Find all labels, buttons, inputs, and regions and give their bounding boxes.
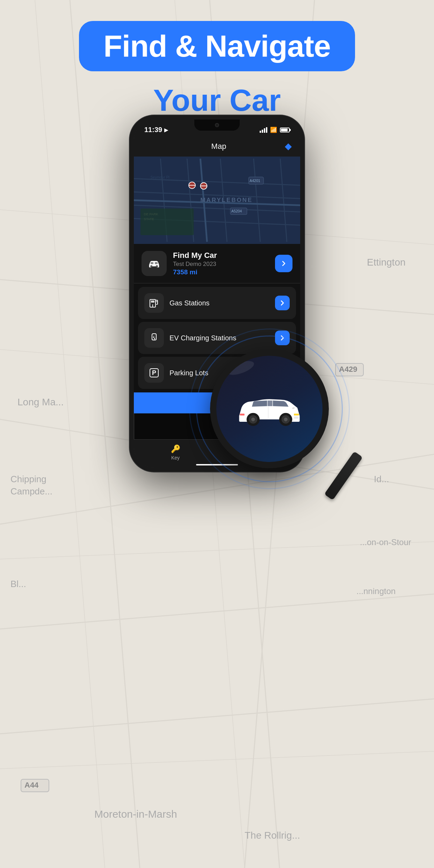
svg-text:...nnington: ...nnington	[356, 586, 396, 596]
status-time: 11:39 ▶	[144, 126, 168, 134]
signal-icon	[260, 127, 267, 133]
ev-charging-icon	[149, 332, 160, 343]
svg-rect-62	[155, 262, 158, 264]
svg-rect-61	[151, 262, 153, 264]
gas-stations-label: Gas Stations	[169, 299, 269, 307]
gas-pump-icon	[149, 297, 160, 309]
svg-rect-80	[240, 413, 244, 415]
svg-rect-79	[294, 413, 299, 415]
gas-stations-arrow-button[interactable]	[275, 296, 290, 310]
chevron-right-icon	[280, 260, 287, 267]
svg-rect-81	[294, 416, 298, 419]
svg-text:Moreton-in-Marsh: Moreton-in-Marsh	[94, 808, 177, 820]
battery-icon	[280, 128, 290, 132]
svg-point-77	[284, 418, 288, 421]
key-icon: 🔑	[171, 444, 180, 454]
svg-point-59	[150, 265, 152, 267]
parking-icon-box: P	[144, 363, 164, 383]
svg-point-74	[251, 418, 255, 421]
svg-text:Chipping: Chipping	[10, 474, 46, 484]
svg-text:DE PARK: DE PARK	[144, 212, 159, 216]
car-miles: 7358 mi	[173, 268, 269, 276]
svg-text:MARYLEBONE: MARYLEBONE	[200, 196, 253, 203]
svg-rect-64	[151, 301, 154, 303]
app-title: Map	[153, 142, 285, 151]
car-icon	[146, 256, 162, 271]
svg-text:STATE: STATE	[144, 217, 154, 221]
svg-text:...on-on-Stour: ...on-on-Stour	[360, 537, 411, 547]
find-my-car-card[interactable]: Find My Car Test Demo 2023 7358 mi	[134, 244, 300, 283]
phone-notch	[194, 120, 240, 131]
chevron-right-icon	[279, 300, 285, 306]
svg-text:Long Ma...: Long Ma...	[17, 397, 64, 407]
headline-sub: Your Car	[153, 82, 281, 119]
svg-text:Campde...: Campde...	[10, 486, 52, 497]
svg-text:Ettington: Ettington	[367, 257, 406, 268]
wifi-icon: 📶	[270, 126, 277, 133]
phone-device: 11:39 ▶ 📶 Map ◆	[130, 115, 304, 472]
phone-map[interactable]: MARYLEBONE DE PARK STATE Seymour Pl A420…	[134, 157, 300, 244]
magnifier-glass	[210, 349, 329, 468]
premium-diamond-icon: ◆	[285, 141, 292, 152]
phone-power-button	[303, 189, 304, 231]
app-header: Map ◆	[134, 137, 300, 157]
svg-text:A5204: A5204	[231, 209, 242, 213]
phone-volume-up-button	[130, 175, 131, 196]
svg-text:P: P	[152, 369, 156, 376]
magnifier	[200, 339, 374, 514]
car-in-magnifier	[234, 390, 304, 428]
headline-badge: Find & Navigate	[79, 21, 355, 71]
camera-dot	[215, 123, 219, 127]
svg-point-60	[156, 265, 158, 267]
phone-volume-down-button	[130, 203, 131, 238]
svg-text:A44: A44	[24, 781, 39, 789]
car-model: Test Demo 2023	[173, 261, 269, 268]
car-icon-box	[142, 251, 167, 276]
navigation-arrow-icon: ▶	[164, 127, 168, 133]
gas-station-icon-box	[144, 293, 164, 313]
svg-text:Bl...: Bl...	[10, 579, 26, 589]
header-area: Find & Navigate Your Car	[0, 21, 434, 119]
svg-text:A4201: A4201	[249, 179, 260, 183]
parking-icon: P	[149, 367, 160, 378]
svg-point-66	[156, 301, 157, 302]
svg-text:Id...: Id...	[374, 474, 389, 484]
svg-text:The Rollrig...: The Rollrig...	[245, 830, 300, 841]
svg-text:Seymour Pl: Seymour Pl	[151, 175, 169, 179]
car-name: Find My Car	[173, 251, 269, 260]
car-info: Find My Car Test Demo 2023 7358 mi	[173, 251, 269, 276]
gas-stations-item[interactable]: Gas Stations	[138, 287, 296, 319]
find-my-car-arrow-button[interactable]	[275, 255, 292, 272]
ev-charging-icon-box	[144, 328, 164, 348]
headline-main: Find & Navigate	[103, 31, 331, 62]
tab-key-label: Key	[171, 455, 180, 461]
status-icons: 📶	[260, 126, 290, 133]
